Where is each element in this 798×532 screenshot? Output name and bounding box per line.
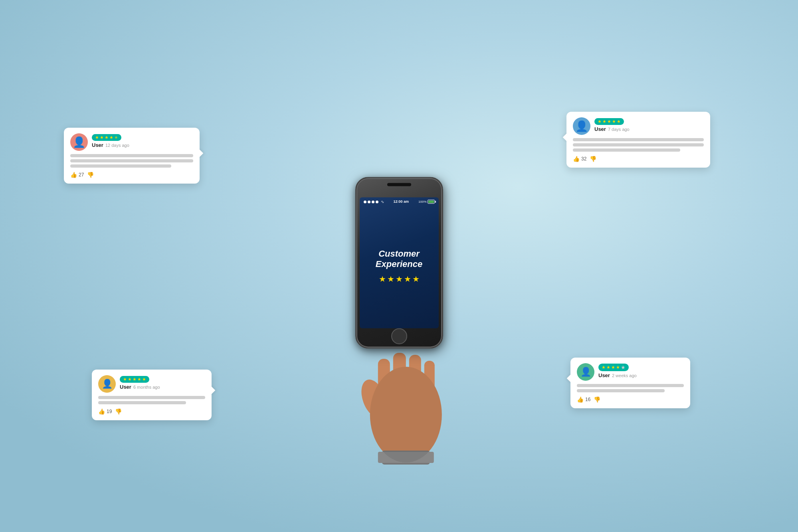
battery-indicator: 100% — [418, 200, 434, 204]
star-4: ★ — [109, 135, 113, 140]
card-4-dislike-button[interactable]: 👎 — [594, 396, 600, 403]
card-4-stars-badge: ★ ★ ★ ★ ★ — [598, 364, 629, 371]
card-4-user-line: User 2 weeks ago — [598, 372, 684, 378]
card-1-like-count: 27 — [79, 172, 84, 178]
thumbs-down-icon: 👎 — [115, 408, 122, 415]
star-2: ★ — [100, 135, 104, 140]
card-2-dislike-button[interactable]: 👎 — [590, 156, 596, 162]
card-4-content — [577, 384, 684, 392]
phone-title-customer: Customer — [378, 249, 420, 259]
card-3-header: 👤 ★ ★ ★ ★ ★ User 6 months ago — [98, 375, 205, 393]
card-2-header: 👤 ★ ★ ★ ★ ★ User 7 days ago — [573, 117, 704, 135]
review-card-4: 👤 ★ ★ ★ ★ ★ User 2 weeks ago — [570, 358, 690, 408]
card-4-like-button[interactable]: 👍 16 — [577, 396, 590, 403]
card-1-like-button[interactable]: 👍 27 — [70, 172, 84, 178]
star-1: ★ — [602, 365, 606, 370]
battery-icon — [428, 200, 435, 204]
signal-dot-4 — [376, 200, 378, 203]
avatar-blue-icon: 👤 — [575, 120, 588, 133]
card-4-time: 2 weeks ago — [612, 373, 637, 378]
star-3: ★ — [611, 365, 615, 370]
thumbs-down-icon: 👎 — [594, 396, 600, 403]
review-line — [70, 164, 171, 168]
status-time: 12:00 am — [394, 200, 409, 204]
card-4-header: 👤 ★ ★ ★ ★ ★ User 2 weeks ago — [577, 363, 684, 381]
phone-title-experience: Experience — [376, 259, 422, 269]
review-line — [98, 401, 186, 404]
card-2-username: User — [594, 126, 606, 132]
card-1-header: 👤 ★ ★ ★ ★ ★ User 12 days ago — [70, 133, 193, 151]
card-2-time: 7 days ago — [608, 127, 630, 132]
card-3-footer: 👍 19 👎 — [98, 408, 205, 415]
card-3-stars-badge: ★ ★ ★ ★ ★ — [120, 376, 149, 383]
phone-star-2: ★ — [387, 275, 394, 284]
avatar-pink: 👤 — [70, 133, 88, 151]
review-line — [70, 159, 193, 162]
review-line — [577, 384, 684, 387]
star-4: ★ — [612, 119, 616, 124]
smartphone: ∿ 12:00 am 100% Customer Experience — [355, 177, 443, 348]
card-2-footer: 👍 32 👎 — [573, 156, 704, 162]
card-4-like-count: 16 — [585, 397, 590, 402]
phone-camera-notch — [387, 183, 411, 186]
status-bar: ∿ 12:00 am 100% — [360, 197, 439, 205]
card-1-footer: 👍 27 👎 — [70, 172, 193, 178]
star-1: ★ — [95, 135, 99, 140]
phone-content: Customer Experience ★ ★ ★ ★ ★ — [372, 205, 426, 328]
star-5: ★ — [142, 377, 146, 382]
star-4: ★ — [616, 365, 620, 370]
signal-dot-2 — [368, 200, 370, 203]
thumbs-up-icon: 👍 — [577, 396, 584, 403]
battery-fill — [428, 200, 434, 203]
card-1-content — [70, 154, 193, 168]
review-line — [573, 138, 704, 141]
main-scene: ∿ 12:00 am 100% Customer Experience — [0, 0, 798, 532]
avatar-blue: 👤 — [573, 117, 590, 135]
thumbs-up-icon: 👍 — [573, 156, 580, 162]
wifi-icon: ∿ — [381, 200, 384, 204]
card-1-dislike-button[interactable]: 👎 — [87, 172, 94, 178]
phone-star-3: ★ — [396, 275, 403, 284]
battery-percent: 100% — [418, 200, 426, 204]
card-1-user-line: User 12 days ago — [92, 142, 193, 148]
card-3-like-button[interactable]: 👍 19 — [98, 408, 112, 415]
card-3-meta: ★ ★ ★ ★ ★ User 6 months ago — [120, 375, 205, 390]
card-4-meta: ★ ★ ★ ★ ★ User 2 weeks ago — [598, 363, 684, 378]
star-2: ★ — [602, 119, 606, 124]
avatar-yellow-icon: 👤 — [102, 379, 113, 389]
card-2-user-line: User 7 days ago — [594, 126, 704, 132]
signal-dot-3 — [372, 200, 374, 203]
star-3: ★ — [607, 119, 611, 124]
review-line — [70, 154, 193, 157]
phone-screen: ∿ 12:00 am 100% Customer Experience — [360, 197, 439, 328]
review-line — [573, 143, 704, 146]
card-3-time: 6 months ago — [133, 385, 160, 390]
star-empty: ★ — [621, 364, 626, 370]
phone-title: Customer Experience — [376, 249, 422, 270]
phone-home-button[interactable] — [391, 328, 407, 344]
review-card-1: 👤 ★ ★ ★ ★ ★ User 12 days ago — [64, 128, 200, 184]
star-1: ★ — [598, 119, 602, 124]
card-3-dislike-button[interactable]: 👎 — [115, 408, 122, 415]
avatar-yellow: 👤 — [98, 375, 116, 393]
thumbs-up-icon: 👍 — [70, 172, 77, 178]
avatar-pink-icon: 👤 — [73, 136, 85, 148]
thumbs-up-icon: 👍 — [98, 408, 105, 415]
star-1: ★ — [123, 377, 127, 382]
avatar-green-icon: 👤 — [580, 367, 591, 377]
signal-dots — [364, 200, 378, 203]
star-3: ★ — [105, 135, 109, 140]
card-2-like-button[interactable]: 👍 32 — [573, 156, 586, 162]
phone-star-5: ★ — [412, 275, 420, 284]
phone-wrapper: ∿ 12:00 am 100% Customer Experience — [355, 177, 443, 348]
review-line — [573, 148, 680, 152]
avatar-green: 👤 — [577, 363, 594, 381]
card-3-user-line: User 6 months ago — [120, 384, 205, 390]
card-4-username: User — [598, 372, 610, 378]
thumbs-down-icon: 👎 — [590, 156, 596, 162]
star-2: ★ — [128, 377, 132, 382]
star-5: ★ — [617, 119, 621, 124]
star-2: ★ — [606, 365, 610, 370]
card-2-stars-badge: ★ ★ ★ ★ ★ — [594, 118, 624, 125]
card-4-footer: 👍 16 👎 — [577, 396, 684, 403]
